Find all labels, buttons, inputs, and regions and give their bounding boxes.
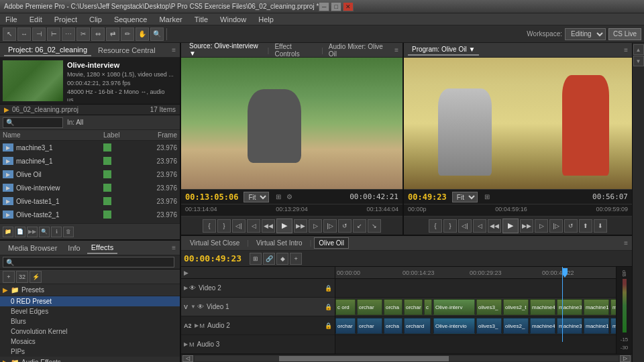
project-list-item[interactable]: ▶ Olive-interview 23.976 bbox=[0, 181, 180, 194]
clip-block-video[interactable]: c bbox=[424, 299, 432, 315]
track-v2-expand[interactable]: ▶ bbox=[184, 285, 188, 291]
delete-btn[interactable]: 🗑 bbox=[63, 227, 74, 237]
track-a2-mute[interactable]: M bbox=[200, 322, 205, 329]
in-value[interactable]: All bbox=[76, 119, 83, 126]
tl-markers-btn[interactable]: ◆ bbox=[276, 253, 288, 265]
tab-info[interactable]: Info bbox=[64, 243, 84, 253]
source-mark-out[interactable]: } bbox=[217, 219, 231, 233]
program-timecode-in[interactable]: 00:49:23 bbox=[408, 192, 447, 202]
effects-section-header[interactable]: ▶ 📁 Audio Effects bbox=[0, 357, 180, 362]
clip-block-video[interactable]: c ord bbox=[335, 299, 356, 315]
tab-source[interactable]: Source: Olive-interview ▼ bbox=[185, 41, 266, 60]
timeline-menu-btn[interactable]: ≡ bbox=[624, 239, 628, 247]
program-goto-out[interactable]: |▷ bbox=[549, 219, 563, 233]
track-row-video1[interactable]: c ordorcharorchaorcharcOlive-intervolive… bbox=[335, 298, 616, 316]
clip-block-audio[interactable]: orchar bbox=[335, 318, 356, 334]
source-settings-icon[interactable]: ⚙ bbox=[286, 193, 292, 200]
scroll-right-btn[interactable]: ▷ bbox=[620, 355, 631, 362]
track-a2-expand[interactable]: ▶ bbox=[195, 322, 199, 328]
automate-btn[interactable]: ▶▶ bbox=[27, 227, 38, 237]
clip-block-audio[interactable]: machine4_ bbox=[530, 318, 555, 334]
source-step-back[interactable]: ◁ bbox=[247, 219, 260, 233]
track-row-audio2[interactable]: orcharorcharorchaorchardOlive-interviool… bbox=[335, 316, 616, 335]
source-play[interactable]: ▶ bbox=[276, 219, 292, 233]
tab-effect-controls[interactable]: Effect Controls bbox=[270, 42, 319, 59]
effects-menu-btn[interactable]: ≡ bbox=[172, 244, 176, 251]
new-item-btn[interactable]: 📄 bbox=[15, 227, 25, 237]
project-list-item[interactable]: ▶ machine3_1 23.976 bbox=[0, 141, 180, 154]
effects-new-btn[interactable]: + bbox=[3, 271, 15, 283]
tl-link-btn[interactable]: 🔗 bbox=[263, 253, 275, 265]
menu-sequence[interactable]: Sequence bbox=[111, 15, 150, 23]
program-lift[interactable]: ⬆ bbox=[579, 219, 592, 233]
menu-marker[interactable]: Marker bbox=[156, 15, 184, 23]
program-mark-out[interactable]: } bbox=[443, 219, 457, 233]
clip-block-video[interactable]: orcha bbox=[384, 299, 402, 315]
clip-block-video[interactable]: mac bbox=[610, 299, 616, 315]
clip-block-video[interactable]: machine1 bbox=[584, 299, 609, 315]
source-ff[interactable]: ▶▶ bbox=[294, 219, 307, 233]
track-v1-eye[interactable]: 👁 bbox=[197, 303, 204, 310]
menu-clip[interactable]: Clip bbox=[87, 15, 105, 23]
menu-file[interactable]: File bbox=[3, 15, 20, 23]
close-button[interactable]: ✕ bbox=[343, 2, 354, 11]
tl-snap-btn[interactable]: ⊞ bbox=[250, 253, 262, 265]
track-row-audio3[interactable] bbox=[335, 335, 616, 354]
effects-item[interactable]: Bevel Edges bbox=[0, 306, 180, 316]
source-timecode-in[interactable]: 00:13:05:06 bbox=[185, 192, 238, 202]
source-insert[interactable]: ↙ bbox=[353, 219, 366, 233]
clip-block-audio[interactable]: olives2_ bbox=[503, 318, 529, 334]
project-list-item[interactable]: ▶ machine4_1 23.976 bbox=[0, 154, 180, 168]
program-extract[interactable]: ⬇ bbox=[594, 219, 607, 233]
scroll-thumb[interactable] bbox=[279, 356, 449, 361]
effects-item[interactable]: 0 RED Preset bbox=[0, 296, 180, 306]
project-list-item[interactable]: ▶ Olive Oil 23.976 bbox=[0, 168, 180, 181]
menu-project[interactable]: Project bbox=[52, 15, 80, 23]
source-goto-out[interactable]: |▷ bbox=[323, 219, 337, 233]
program-rewind[interactable]: ◀◀ bbox=[488, 219, 501, 233]
program-loop[interactable]: ↺ bbox=[564, 219, 578, 233]
tool-slide[interactable]: ⇄ bbox=[106, 27, 119, 41]
workspace-select[interactable]: Editing bbox=[565, 28, 606, 40]
tool-ripple[interactable]: ⊣ bbox=[32, 27, 46, 41]
tool-hand[interactable]: ✋ bbox=[136, 27, 149, 41]
clip-block-video[interactable]: machine3 bbox=[557, 299, 582, 315]
tab-program[interactable]: Program: Olive Oil ▼ bbox=[408, 44, 479, 56]
track-a3-expand[interactable]: ▶ bbox=[184, 341, 188, 347]
tab-effects[interactable]: Effects bbox=[87, 242, 117, 254]
minimize-button[interactable]: ─ bbox=[319, 2, 329, 11]
source-fit-select[interactable]: Fit bbox=[244, 192, 269, 202]
cs-live-button[interactable]: CS Live bbox=[608, 28, 641, 40]
clip-block-audio[interactable]: machic bbox=[610, 318, 616, 334]
clip-block-video[interactable]: olives3_ bbox=[476, 299, 502, 315]
effects-item[interactable]: Mosaics bbox=[0, 337, 180, 347]
timeline-scrollbar[interactable]: ◁ ▷ bbox=[181, 354, 632, 362]
clip-block-video[interactable]: orchar bbox=[357, 299, 382, 315]
timeline-timecode[interactable]: 00:00:49:23 bbox=[184, 253, 241, 263]
track-a3-mute[interactable]: M bbox=[189, 341, 195, 348]
project-list-item[interactable]: ▶ Olive-taste1_1 23.976 bbox=[0, 194, 180, 208]
scroll-left-btn[interactable]: ◁ bbox=[182, 355, 193, 362]
source-step-fwd[interactable]: ▷ bbox=[309, 219, 322, 233]
effects-item[interactable]: Blurs bbox=[0, 316, 180, 326]
tool-zoom[interactable]: 🔍 bbox=[150, 27, 164, 41]
source-goto-in[interactable]: ◁| bbox=[232, 219, 246, 233]
track-v1-lock[interactable]: 🔒 bbox=[325, 304, 332, 310]
info-btn[interactable]: ℹ bbox=[51, 227, 62, 237]
panel-menu-btn[interactable]: ≡ bbox=[172, 46, 176, 54]
program-step-fwd[interactable]: ▷ bbox=[535, 219, 548, 233]
source-safe-icon[interactable]: ⊞ bbox=[276, 193, 281, 200]
clip-block-video[interactable]: machine4 bbox=[530, 299, 555, 315]
new-bin-btn[interactable]: 📁 bbox=[3, 227, 13, 237]
clip-block-audio[interactable]: orchar bbox=[357, 318, 382, 334]
project-search-input[interactable] bbox=[3, 117, 63, 128]
rs-btn-1[interactable]: ▲ bbox=[633, 44, 644, 55]
source-overwrite[interactable]: ↘ bbox=[368, 219, 381, 233]
clip-block-audio[interactable]: Olive-intervio bbox=[433, 318, 475, 334]
menu-edit[interactable]: Edit bbox=[27, 15, 45, 23]
tab-resource-central[interactable]: Resource Central bbox=[94, 45, 160, 56]
track-row-video2[interactable] bbox=[335, 279, 616, 298]
tab-virtual-set-close[interactable]: Virtual Set Close bbox=[185, 237, 244, 249]
program-goto-in[interactable]: ◁| bbox=[458, 219, 472, 233]
track-v1-expand[interactable]: ▼ bbox=[191, 304, 196, 310]
